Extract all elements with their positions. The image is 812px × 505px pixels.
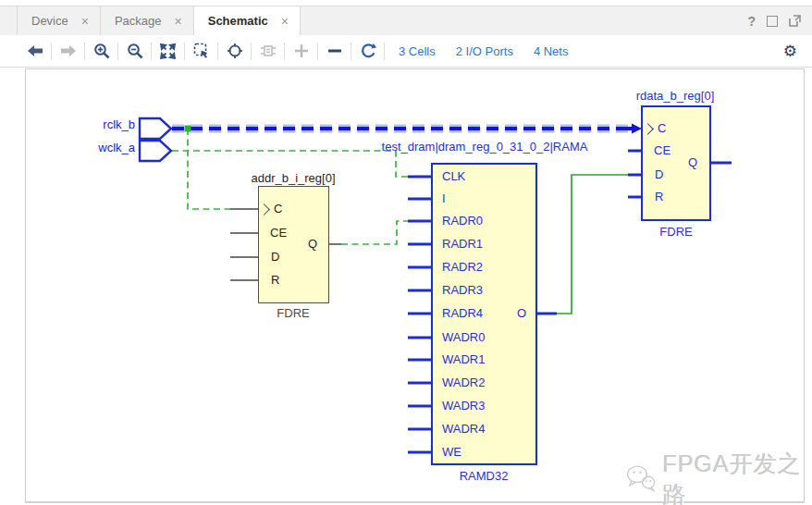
pin-label-wadr1: WADR1: [442, 352, 485, 366]
pin-label-d: D: [271, 250, 279, 264]
forward-icon: [60, 44, 77, 57]
pin-label-d: D: [655, 167, 663, 181]
cell-title-addr-b-i-reg: addr_b_i_reg[0]: [251, 171, 335, 185]
remove-from-schematic-button[interactable]: [322, 39, 347, 63]
zoom-to-selection-button[interactable]: [189, 39, 214, 63]
cell-ref-addr-b-i-reg: FDRE: [277, 306, 309, 320]
close-icon[interactable]: ×: [81, 14, 89, 29]
pin-label-r: R: [271, 273, 279, 287]
pin-label-ce: CE: [270, 226, 287, 240]
pin-label-we: WE: [442, 445, 461, 459]
cell-title-rdata-b-reg: rdata_b_reg[0]: [636, 89, 715, 103]
settings-gear-icon[interactable]: ⚙: [783, 43, 797, 59]
cell-ref-rdata-b-reg: FDRE: [659, 225, 692, 239]
expand-cone-button[interactable]: [255, 39, 280, 63]
tab-schematic-label: Schematic: [208, 14, 268, 28]
zoom-in-button[interactable]: [89, 39, 114, 63]
tab-package[interactable]: Package ×: [101, 6, 194, 35]
tab-schematic[interactable]: Schematic ×: [194, 6, 301, 35]
watermark-text: FPGA开发之路: [663, 449, 804, 505]
close-icon[interactable]: ×: [281, 14, 289, 29]
add-to-schematic-button[interactable]: [289, 39, 314, 63]
pin-label-clk: CLK: [442, 169, 465, 183]
schematic-window: Device × Package × Schematic × ?: [0, 0, 812, 505]
pin-label-ce: CE: [654, 143, 671, 157]
pin-label-c: C: [658, 121, 666, 135]
schematic-canvas[interactable]: rclk_b wclk_a addr_b_i_reg[0] C CE D R Q…: [25, 68, 805, 503]
help-icon[interactable]: ?: [747, 14, 756, 29]
wechat-logo-icon: [625, 462, 658, 497]
back-button[interactable]: [22, 39, 47, 63]
io-ports-link[interactable]: 2 I/O Ports: [456, 44, 513, 58]
pin-label-q: Q: [688, 155, 697, 169]
autofit-selection-icon: [227, 43, 243, 59]
net-ram-o-to-rdata-d[interactable]: [557, 175, 628, 314]
pin-label-q: Q: [308, 237, 317, 251]
zoom-in-icon: [93, 43, 110, 59]
zoom-out-button[interactable]: [122, 39, 147, 63]
float-window-icon[interactable]: [789, 15, 801, 27]
zoom-fit-button[interactable]: [155, 39, 180, 63]
tab-device-label: Device: [31, 14, 68, 28]
forward-button[interactable]: [55, 39, 80, 63]
port-rclk-b-symbol[interactable]: [140, 118, 171, 139]
refresh-icon: [360, 43, 376, 59]
cell-rdata-b-reg[interactable]: [641, 105, 711, 221]
zoom-to-selection-icon: [193, 43, 210, 59]
zoom-fit-icon: [160, 43, 176, 59]
pin-label-radr0: RADR0: [442, 214, 483, 228]
watermark: FPGA开发之路: [625, 449, 804, 505]
pin-label-wadr2: WADR2: [442, 376, 485, 389]
pin-label-i: I: [442, 191, 446, 205]
tab-strip: Device × Package × Schematic × ?: [0, 6, 812, 36]
pin-label-radr3: RADR3: [442, 283, 483, 297]
net-branch-addr-clock[interactable]: [185, 126, 231, 210]
cell-ref-ram: RAMD32: [460, 469, 509, 483]
nets-link[interactable]: 4 Nets: [534, 44, 569, 58]
tab-package-label: Package: [115, 14, 162, 28]
tab-device[interactable]: Device ×: [17, 6, 101, 35]
pin-label-wadr0: WADR0: [442, 330, 485, 344]
plus-icon: [294, 43, 309, 58]
zoom-out-icon: [127, 43, 143, 59]
cells-link[interactable]: 3 Cells: [399, 44, 436, 58]
pin-label-wadr3: WADR3: [442, 399, 485, 413]
regenerate-button[interactable]: [355, 39, 380, 63]
net-junction-dot: [185, 126, 191, 132]
back-icon: [27, 44, 43, 57]
pin-label-c: C: [274, 202, 282, 216]
window-buttons: ?: [747, 6, 812, 35]
expand-cone-icon: [260, 43, 277, 58]
pin-label-wadr4: WADR4: [442, 422, 485, 436]
pin-label-o: O: [517, 306, 526, 320]
pin-label-radr4: RADR4: [442, 306, 483, 320]
cell-addr-b-i-reg[interactable]: [258, 186, 329, 303]
schematic-toolbar: 3 Cells 2 I/O Ports 4 Nets ⚙: [0, 35, 812, 68]
pin-label-radr1: RADR1: [442, 237, 483, 251]
port-label-wclk-a: wclk_a: [52, 141, 135, 154]
pin-label-radr2: RADR2: [442, 260, 483, 274]
port-wclk-a-symbol[interactable]: [140, 141, 171, 161]
close-icon[interactable]: ×: [175, 14, 182, 29]
net-rclk-b[interactable]: [172, 124, 642, 134]
maximize-icon[interactable]: [767, 16, 778, 27]
minus-icon: [327, 43, 342, 58]
port-label-rclk-b: rclk_b: [52, 117, 135, 131]
cell-title-ram: test_dram|dram_reg_0_31_0_2|RAMA: [382, 140, 588, 154]
autofit-selection-button[interactable]: [222, 39, 247, 63]
pin-label-r: R: [655, 190, 663, 203]
net-addr-q-to-radr0[interactable]: [341, 221, 408, 244]
